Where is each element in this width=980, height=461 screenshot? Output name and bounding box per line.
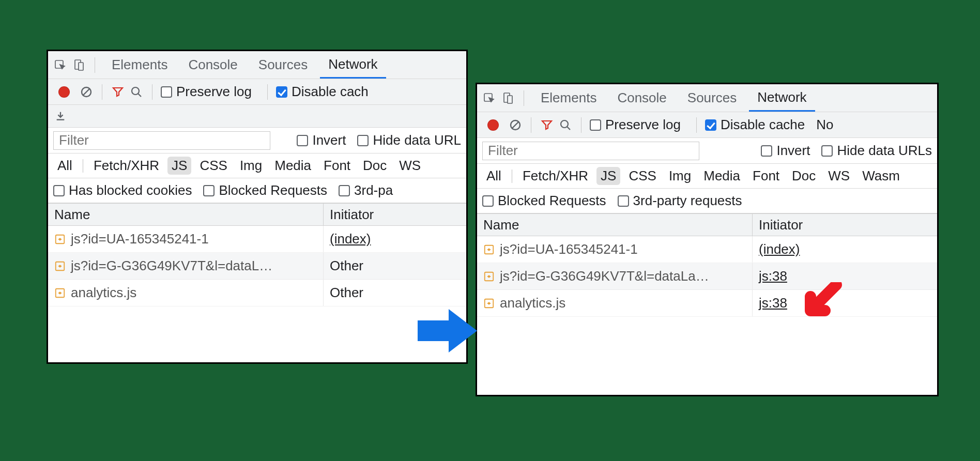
tab-sources[interactable]: Sources	[679, 84, 745, 112]
divider	[696, 117, 697, 133]
header-name[interactable]: Name	[477, 214, 753, 236]
divider	[531, 117, 531, 133]
type-font[interactable]: Font	[319, 157, 355, 175]
blocked-requests-checkbox[interactable]	[482, 195, 494, 207]
preserve-log-checkbox[interactable]	[590, 119, 601, 131]
type-js[interactable]: JS	[167, 157, 191, 175]
type-img[interactable]: Img	[665, 167, 695, 185]
disable-cache-checkbox[interactable]	[705, 119, 716, 131]
tab-network[interactable]: Network	[749, 84, 815, 112]
file-name: js?id=G-G36G49KV7T&l=dataL…	[71, 258, 272, 274]
has-blocked-cookies-checkbox[interactable]	[53, 185, 65, 196]
record-button[interactable]	[58, 86, 70, 98]
device-toolbar-icon[interactable]	[501, 91, 515, 105]
initiator-link[interactable]: (index)	[759, 241, 800, 257]
invert-label: Invert	[312, 132, 346, 148]
initiator-text: Other	[330, 258, 363, 273]
tab-network[interactable]: Network	[320, 51, 386, 79]
type-filter-row: All Fetch/XHR JS CSS Img Media Font Doc …	[48, 153, 466, 178]
type-media[interactable]: Media	[270, 157, 315, 175]
table-row[interactable]: analytics.js Other	[48, 280, 466, 306]
tab-elements[interactable]: Elements	[532, 84, 605, 112]
type-wasm[interactable]: Wasm	[858, 167, 904, 185]
type-ws[interactable]: WS	[824, 167, 854, 185]
type-ws[interactable]: WS	[395, 157, 425, 175]
tab-elements[interactable]: Elements	[103, 51, 176, 79]
table-header: Name Initiator	[48, 203, 466, 226]
svg-point-16	[561, 120, 568, 128]
file-name: analytics.js	[500, 295, 565, 311]
filter-row: Invert Hide data URLs	[477, 138, 937, 164]
type-all[interactable]: All	[482, 167, 506, 185]
inspect-element-icon[interactable]	[482, 91, 497, 105]
table-row[interactable]: js?id=UA-165345241-1 (index)	[48, 226, 466, 253]
search-icon[interactable]	[558, 118, 573, 132]
invert-checkbox[interactable]	[761, 145, 772, 157]
download-icon[interactable]	[53, 109, 68, 124]
clear-icon[interactable]	[79, 85, 94, 99]
blocked-requests-label: Blocked Requests	[219, 182, 327, 198]
search-icon[interactable]	[129, 85, 144, 99]
blocked-requests-checkbox[interactable]	[203, 185, 215, 196]
type-img[interactable]: Img	[236, 157, 266, 175]
file-name: js?id=G-G36G49KV7T&l=dataLa…	[500, 268, 709, 284]
type-css[interactable]: CSS	[195, 157, 231, 175]
table-header: Name Initiator	[477, 213, 937, 236]
divider	[524, 90, 524, 106]
type-all[interactable]: All	[53, 157, 76, 175]
filter-icon[interactable]	[540, 118, 554, 132]
inspect-element-icon[interactable]	[53, 58, 68, 72]
header-name[interactable]: Name	[48, 204, 324, 225]
type-doc[interactable]: Doc	[788, 167, 820, 185]
type-font[interactable]: Font	[748, 167, 784, 185]
devtools-tabbar: Elements Console Sources Network	[48, 51, 466, 79]
has-blocked-cookies-label: Has blocked cookies	[69, 182, 192, 198]
divider	[152, 84, 152, 100]
hide-data-urls-checkbox[interactable]	[357, 135, 369, 146]
device-toolbar-icon[interactable]	[72, 58, 86, 72]
type-fetch-xhr[interactable]: Fetch/XHR	[518, 167, 592, 185]
js-file-icon	[483, 271, 495, 282]
filter-input[interactable]	[53, 131, 270, 150]
third-party-label: 3rd-pa	[354, 182, 393, 198]
blue-arrow-annotation	[412, 300, 485, 362]
type-js[interactable]: JS	[596, 167, 620, 185]
file-name: js?id=UA-165345241-1	[500, 241, 638, 257]
hide-data-urls-checkbox[interactable]	[821, 145, 833, 157]
table-row[interactable]: analytics.js js:38	[477, 290, 937, 317]
invert-checkbox[interactable]	[297, 135, 308, 146]
clear-icon[interactable]	[508, 118, 523, 132]
divider	[512, 170, 512, 183]
disable-cache-checkbox[interactable]	[276, 86, 287, 98]
block-filter-row: Has blocked cookies Blocked Requests 3rd…	[48, 178, 466, 203]
initiator-link[interactable]: js:38	[759, 268, 787, 284]
third-party-checkbox[interactable]	[618, 195, 629, 207]
tab-sources[interactable]: Sources	[250, 51, 316, 79]
filter-input[interactable]	[482, 142, 699, 160]
filter-icon[interactable]	[111, 85, 125, 99]
header-initiator[interactable]: Initiator	[753, 214, 937, 236]
blocked-requests-label: Blocked Requests	[498, 193, 606, 209]
tab-console[interactable]: Console	[609, 84, 675, 112]
header-initiator[interactable]: Initiator	[324, 204, 466, 225]
svg-point-5	[132, 87, 139, 95]
type-doc[interactable]: Doc	[359, 157, 391, 175]
no-throttle-label: No	[816, 117, 833, 133]
initiator-link[interactable]: js:38	[759, 295, 787, 311]
table-row[interactable]: js?id=G-G36G49KV7T&l=dataLa… js:38	[477, 263, 937, 290]
type-fetch-xhr[interactable]: Fetch/XHR	[89, 157, 163, 175]
js-file-icon	[483, 244, 495, 255]
svg-rect-13	[508, 96, 512, 103]
table-row[interactable]: js?id=UA-165345241-1 (index)	[477, 236, 937, 263]
initiator-link[interactable]: (index)	[330, 231, 371, 247]
table-row[interactable]: js?id=G-G36G49KV7T&l=dataL… Other	[48, 253, 466, 280]
type-media[interactable]: Media	[699, 167, 744, 185]
preserve-log-label: Preserve log	[176, 84, 252, 100]
svg-rect-7	[57, 119, 65, 120]
tab-console[interactable]: Console	[180, 51, 246, 79]
third-party-checkbox[interactable]	[339, 185, 350, 196]
type-css[interactable]: CSS	[624, 167, 660, 185]
disable-cache-label: Disable cach	[292, 84, 369, 100]
preserve-log-checkbox[interactable]	[161, 86, 172, 98]
record-button[interactable]	[487, 119, 499, 131]
